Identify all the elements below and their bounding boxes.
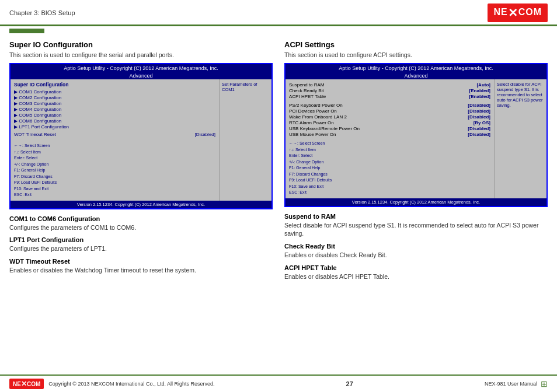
bios-side-left: Set Parameters of COM1	[219, 79, 271, 201]
acpi-row-7: RTC Alarm Power On [By OS]	[289, 120, 490, 125]
acpi-key-9: ESC: Exit	[289, 190, 490, 196]
acpi-label-0: Suspend to RAM	[289, 82, 324, 88]
green-accent-bar	[9, 29, 44, 33]
desc-acpi-hpet: ACPI HPET Table Enables or disables ACPI…	[284, 264, 548, 281]
acpi-desc: This section is used to configure ACPI s…	[284, 51, 548, 58]
grid-icon: ⊞	[541, 379, 548, 388]
desc-acpi-hpet-title: ACPI HPET Table	[284, 264, 548, 271]
footer-copyright: Copyright © 2013 NEXCOM International Co…	[48, 381, 214, 387]
bios-body-left: Super IO Configuration COM1 Configuratio…	[11, 79, 271, 201]
acpi-label-8: USB Keyboard/Remote Power On	[289, 126, 360, 131]
acpi-label-6: Wake From Onboard LAN 2	[289, 114, 347, 120]
key-hint-5: F1: General Help	[14, 167, 215, 174]
acpi-key-8: F10: Save and Exit	[289, 184, 490, 190]
key-hint-3: Enter: Select	[14, 155, 215, 162]
key-hint-7: F9: Load UEFI Defaults	[14, 180, 215, 186]
bios-side-text-right: Select disable for ACPI suspend type S1.…	[497, 82, 542, 108]
acpi-label-4: PS/2 Keyboard Power On	[289, 103, 343, 108]
bios-wdt-value: [Disabled]	[194, 132, 215, 137]
bios-header-right: Aptio Setup Utility - Copyright (C) 2012…	[286, 64, 546, 72]
chapter-title: Chapter 3: BIOS Setup	[9, 9, 75, 16]
desc-check-ready-bit-text: Enables or disables Check Ready Bit.	[284, 251, 548, 260]
desc-lpt1-text: Configures the parameters of LPT1.	[9, 244, 273, 253]
desc-wdt: WDT Timeout Reset Enables or disables th…	[9, 258, 273, 275]
bios-footer-right: Version 2.15.1234. Copyright (C) 2012 Am…	[286, 198, 546, 206]
key-hint-4: +/-: Change Option	[14, 162, 215, 168]
page-footer: NE✕COM Copyright © 2013 NEXCOM Internati…	[0, 374, 557, 392]
acpi-key-2: ↑↓: Select Item	[289, 147, 490, 153]
desc-wdt-text: Enables or disables the Watchdog Timer t…	[9, 266, 273, 275]
bios-side-right: Select disable for ACPI suspend type S1.…	[494, 79, 546, 198]
footer-product: NEX-981 User Manual	[485, 381, 537, 387]
desc-com1-com6-title: COM1 to COM6 Configuration	[9, 215, 273, 222]
desc-check-ready-bit: Check Ready Bit Enables or disables Chec…	[284, 243, 548, 260]
key-hint-6: F7: Discard Changes	[14, 174, 215, 180]
acpi-label-2: ACPI HPET Table	[289, 94, 326, 99]
bios-link-com4: COM4 Configuration	[14, 107, 215, 112]
footer-page-number: 27	[346, 380, 353, 387]
acpi-key-6: F7: Discard Changes	[289, 172, 490, 178]
bios-link-lpt1: LPT1 Port Configuration	[14, 124, 215, 130]
bios-tab-left: Advanced	[11, 72, 271, 79]
acpi-row-6: Wake From Onboard LAN 2 [Disabled]	[289, 114, 490, 120]
acpi-value-6: [Disabled]	[468, 114, 490, 120]
footer-right: NEX-981 User Manual ⊞	[485, 379, 548, 388]
acpi-value-8: [Disabled]	[468, 126, 490, 131]
bios-link-com3: COM3 Configuration	[14, 101, 215, 106]
bios-link-com5: COM5 Configuration	[14, 113, 215, 118]
nexcom-logo-header: NE✕COM	[488, 4, 548, 22]
desc-suspend-ram-text: Select disable for ACPI suspend type S1.…	[284, 221, 548, 238]
footer-left: NE✕COM Copyright © 2013 NEXCOM Internati…	[9, 379, 215, 389]
acpi-key-5: F1: General Help	[289, 165, 490, 172]
acpi-value-2: [Enabled]	[469, 94, 490, 99]
acpi-value-4: [Disabled]	[468, 103, 490, 108]
acpi-row-0: Suspend to RAM [Auto]	[289, 82, 490, 88]
bios-link-com1: COM1 Configuration	[14, 89, 215, 94]
bios-body-right: Suspend to RAM [Auto] Check Ready Bit [E…	[286, 79, 546, 198]
main-content: Super IO Configuration This section is u…	[0, 36, 557, 290]
bios-main-right: Suspend to RAM [Auto] Check Ready Bit [E…	[286, 79, 494, 198]
bios-keys-left: ←→: Select Screen ↑↓: Select Item Enter:…	[14, 143, 215, 198]
page-header: Chapter 3: BIOS Setup NE✕COM	[0, 0, 557, 26]
acpi-label-5: PCI Devices Power On	[289, 108, 337, 114]
acpi-value-7: [By OS]	[474, 120, 490, 125]
key-hint-2: ↑↓: Select Item	[14, 149, 215, 156]
acpi-label-9: USB Mouse Power On	[289, 132, 336, 137]
bios-section-title-left: Super IO Configuration	[14, 82, 215, 88]
acpi-value-0: [Auto]	[476, 82, 490, 88]
acpi-row-1: Check Ready Bit [Enabled]	[289, 88, 490, 93]
acpi-title: ACPI Settings	[284, 40, 548, 49]
desc-com1-com6: COM1 to COM6 Configuration Configures th…	[9, 215, 273, 232]
nexcom-logo-footer: NE✕COM	[9, 379, 44, 389]
desc-acpi-hpet-text: Enables or disables ACPI HPET Table.	[284, 272, 548, 281]
super-io-bios-screenshot: Aptio Setup Utility - Copyright (C) 2012…	[9, 63, 273, 209]
acpi-label-7: RTC Alarm Power On	[289, 120, 334, 125]
desc-suspend-ram-title: Suspend to RAM	[284, 213, 548, 220]
super-io-section: Super IO Configuration This section is u…	[9, 40, 273, 285]
desc-suspend-ram: Suspend to RAM Select disable for ACPI s…	[284, 213, 548, 238]
desc-lpt1-title: LPT1 Port Configuration	[9, 236, 273, 243]
bios-side-text-left: Set Parameters of COM1	[222, 82, 257, 92]
desc-wdt-title: WDT Timeout Reset	[9, 258, 273, 265]
acpi-key-1: ←→: Select Screen	[289, 141, 490, 147]
desc-com1-com6-text: Configures the parameters of COM1 to COM…	[9, 223, 273, 232]
bios-tab-right: Advanced	[286, 72, 546, 79]
acpi-label-1: Check Ready Bit	[289, 88, 324, 93]
key-hint-8: F10: Save and Exit	[14, 186, 215, 192]
key-hint-1: ←→: Select Screen	[14, 143, 215, 149]
acpi-row-8: USB Keyboard/Remote Power On [Disabled]	[289, 126, 490, 131]
bios-link-com2: COM2 Configuration	[14, 95, 215, 100]
acpi-value-5: [Disabled]	[468, 108, 490, 114]
desc-check-ready-bit-title: Check Ready Bit	[284, 243, 548, 250]
bios-keys-right: ←→: Select Screen ↑↓: Select Item Enter:…	[289, 141, 490, 196]
bios-wdt-row: WDT Timeout Reset [Disabled]	[14, 132, 215, 137]
super-io-title: Super IO Configuration	[9, 40, 273, 49]
bios-footer-left: Version 2.15.1234. Copyright (C) 2012 Am…	[11, 201, 271, 208]
bios-link-com6: COM6 Configuration	[14, 118, 215, 124]
acpi-row-5: PCI Devices Power On [Disabled]	[289, 108, 490, 114]
acpi-row-4: PS/2 Keyboard Power On [Disabled]	[289, 103, 490, 108]
acpi-value-9: [Disabled]	[468, 132, 490, 137]
acpi-key-7: F9: Load UEFI Defaults	[289, 177, 490, 184]
bios-wdt-label: WDT Timeout Reset	[14, 132, 56, 137]
super-io-desc: This section is used to configure the se…	[9, 51, 273, 58]
